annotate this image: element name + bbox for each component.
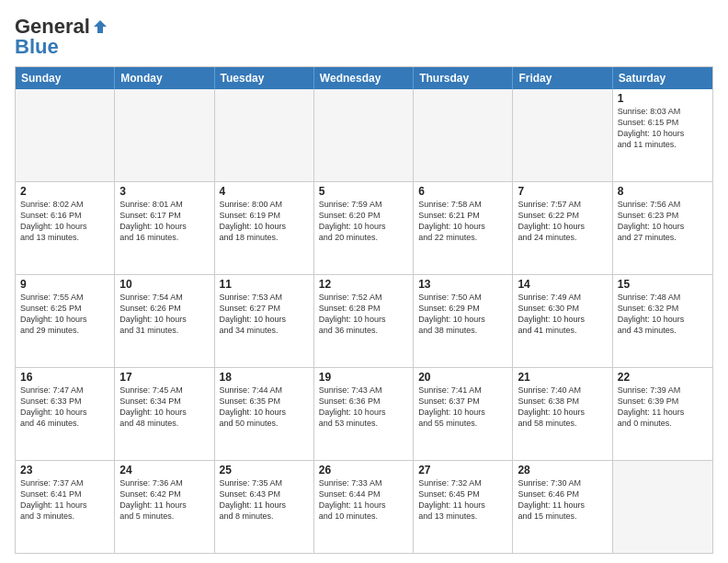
- cal-cell-0-4: [414, 89, 513, 181]
- day-number: 14: [518, 278, 607, 291]
- cell-info: Sunrise: 8:01 AM Sunset: 6:17 PM Dayligh…: [119, 199, 209, 244]
- cell-info: Sunrise: 7:55 AM Sunset: 6:25 PM Dayligh…: [20, 292, 109, 337]
- svg-marker-0: [94, 20, 107, 33]
- cal-cell-3-6: 22Sunrise: 7:39 AM Sunset: 6:39 PM Dayli…: [613, 368, 712, 460]
- header-thursday: Thursday: [414, 67, 513, 89]
- logo: General Blue: [15, 15, 108, 59]
- cal-cell-4-3: 26Sunrise: 7:33 AM Sunset: 6:44 PM Dayli…: [314, 461, 414, 553]
- cell-info: Sunrise: 8:03 AM Sunset: 6:15 PM Dayligh…: [618, 106, 708, 151]
- day-number: 21: [518, 371, 607, 384]
- cal-cell-3-2: 18Sunrise: 7:44 AM Sunset: 6:35 PM Dayli…: [215, 368, 314, 460]
- cell-info: Sunrise: 7:48 AM Sunset: 6:32 PM Dayligh…: [618, 292, 708, 337]
- cell-info: Sunrise: 7:33 AM Sunset: 6:44 PM Dayligh…: [319, 477, 408, 523]
- cell-info: Sunrise: 7:54 AM Sunset: 6:26 PM Dayligh…: [119, 292, 209, 337]
- day-number: 7: [518, 185, 607, 198]
- header: General Blue: [15, 15, 713, 59]
- header-friday: Friday: [513, 67, 612, 89]
- day-number: 19: [319, 371, 408, 384]
- cell-info: Sunrise: 8:02 AM Sunset: 6:16 PM Dayligh…: [20, 199, 109, 244]
- cell-info: Sunrise: 7:43 AM Sunset: 6:36 PM Dayligh…: [319, 385, 408, 430]
- week-row-3: 16Sunrise: 7:47 AM Sunset: 6:33 PM Dayli…: [16, 368, 712, 461]
- cell-info: Sunrise: 7:40 AM Sunset: 6:38 PM Dayligh…: [518, 385, 607, 430]
- cal-cell-3-3: 19Sunrise: 7:43 AM Sunset: 6:36 PM Dayli…: [314, 368, 414, 460]
- cal-cell-4-4: 27Sunrise: 7:32 AM Sunset: 6:45 PM Dayli…: [414, 461, 513, 553]
- page: General Blue Sunday Monday Tuesday Wedne…: [0, 0, 728, 563]
- cal-cell-2-3: 12Sunrise: 7:52 AM Sunset: 6:28 PM Dayli…: [314, 275, 414, 367]
- cell-info: Sunrise: 7:30 AM Sunset: 6:46 PM Dayligh…: [518, 477, 607, 523]
- day-number: 28: [518, 464, 607, 477]
- day-number: 8: [618, 185, 708, 198]
- cell-info: Sunrise: 7:45 AM Sunset: 6:34 PM Dayligh…: [119, 385, 209, 430]
- cal-cell-1-3: 5Sunrise: 7:59 AM Sunset: 6:20 PM Daylig…: [314, 182, 414, 274]
- cal-cell-4-5: 28Sunrise: 7:30 AM Sunset: 6:46 PM Dayli…: [513, 461, 612, 553]
- cell-info: Sunrise: 7:36 AM Sunset: 6:42 PM Dayligh…: [119, 477, 209, 523]
- day-number: 24: [119, 464, 209, 477]
- calendar-header: Sunday Monday Tuesday Wednesday Thursday…: [16, 67, 712, 89]
- cal-cell-1-2: 4Sunrise: 8:00 AM Sunset: 6:19 PM Daylig…: [215, 182, 314, 274]
- cal-cell-1-4: 6Sunrise: 7:58 AM Sunset: 6:21 PM Daylig…: [414, 182, 513, 274]
- header-wednesday: Wednesday: [314, 67, 414, 89]
- logo-icon: [92, 18, 108, 35]
- cal-cell-0-1: [115, 89, 214, 181]
- cell-info: Sunrise: 7:56 AM Sunset: 6:23 PM Dayligh…: [618, 199, 708, 244]
- cell-info: Sunrise: 7:32 AM Sunset: 6:45 PM Dayligh…: [418, 477, 507, 523]
- day-number: 27: [418, 464, 507, 477]
- day-number: 3: [119, 185, 209, 198]
- cell-info: Sunrise: 7:41 AM Sunset: 6:37 PM Dayligh…: [418, 385, 507, 430]
- cal-cell-2-0: 9Sunrise: 7:55 AM Sunset: 6:25 PM Daylig…: [16, 275, 115, 367]
- week-row-0: 1Sunrise: 8:03 AM Sunset: 6:15 PM Daylig…: [16, 89, 712, 182]
- header-saturday: Saturday: [613, 67, 712, 89]
- day-number: 15: [618, 278, 708, 291]
- day-number: 4: [220, 185, 309, 198]
- cell-info: Sunrise: 7:53 AM Sunset: 6:27 PM Dayligh…: [220, 292, 309, 337]
- cal-cell-2-5: 14Sunrise: 7:49 AM Sunset: 6:30 PM Dayli…: [513, 275, 612, 367]
- day-number: 23: [20, 464, 109, 477]
- day-number: 12: [319, 278, 408, 291]
- logo-blue: Blue: [15, 35, 59, 59]
- cal-cell-4-1: 24Sunrise: 7:36 AM Sunset: 6:42 PM Dayli…: [115, 461, 214, 553]
- header-sunday: Sunday: [16, 67, 115, 89]
- cell-info: Sunrise: 7:35 AM Sunset: 6:43 PM Dayligh…: [220, 477, 309, 523]
- cell-info: Sunrise: 7:47 AM Sunset: 6:33 PM Dayligh…: [20, 385, 109, 430]
- cal-cell-3-0: 16Sunrise: 7:47 AM Sunset: 6:33 PM Dayli…: [16, 368, 115, 460]
- week-row-4: 23Sunrise: 7:37 AM Sunset: 6:41 PM Dayli…: [16, 461, 712, 553]
- day-number: 13: [418, 278, 507, 291]
- cell-info: Sunrise: 8:00 AM Sunset: 6:19 PM Dayligh…: [220, 199, 309, 244]
- cal-cell-1-1: 3Sunrise: 8:01 AM Sunset: 6:17 PM Daylig…: [115, 182, 214, 274]
- day-number: 2: [20, 185, 109, 198]
- day-number: 6: [418, 185, 507, 198]
- day-number: 1: [618, 92, 708, 105]
- cal-cell-3-4: 20Sunrise: 7:41 AM Sunset: 6:37 PM Dayli…: [414, 368, 513, 460]
- day-number: 17: [119, 371, 209, 384]
- cal-cell-2-1: 10Sunrise: 7:54 AM Sunset: 6:26 PM Dayli…: [115, 275, 214, 367]
- day-number: 10: [119, 278, 209, 291]
- cal-cell-0-2: [215, 89, 314, 181]
- header-monday: Monday: [115, 67, 214, 89]
- day-number: 16: [20, 371, 109, 384]
- cal-cell-2-6: 15Sunrise: 7:48 AM Sunset: 6:32 PM Dayli…: [613, 275, 712, 367]
- cal-cell-0-5: [513, 89, 612, 181]
- cal-cell-0-0: [16, 89, 115, 181]
- cal-cell-4-2: 25Sunrise: 7:35 AM Sunset: 6:43 PM Dayli…: [215, 461, 314, 553]
- cell-info: Sunrise: 7:44 AM Sunset: 6:35 PM Dayligh…: [220, 385, 309, 430]
- cell-info: Sunrise: 7:49 AM Sunset: 6:30 PM Dayligh…: [518, 292, 607, 337]
- cal-cell-1-0: 2Sunrise: 8:02 AM Sunset: 6:16 PM Daylig…: [16, 182, 115, 274]
- cal-cell-3-1: 17Sunrise: 7:45 AM Sunset: 6:34 PM Dayli…: [115, 368, 214, 460]
- cal-cell-2-4: 13Sunrise: 7:50 AM Sunset: 6:29 PM Dayli…: [414, 275, 513, 367]
- cal-cell-0-6: 1Sunrise: 8:03 AM Sunset: 6:15 PM Daylig…: [613, 89, 712, 181]
- cal-cell-4-6: [613, 461, 712, 553]
- cell-info: Sunrise: 7:59 AM Sunset: 6:20 PM Dayligh…: [319, 199, 408, 244]
- cal-cell-1-6: 8Sunrise: 7:56 AM Sunset: 6:23 PM Daylig…: [613, 182, 712, 274]
- day-number: 9: [20, 278, 109, 291]
- cell-info: Sunrise: 7:50 AM Sunset: 6:29 PM Dayligh…: [418, 292, 507, 337]
- header-tuesday: Tuesday: [215, 67, 314, 89]
- cal-cell-3-5: 21Sunrise: 7:40 AM Sunset: 6:38 PM Dayli…: [513, 368, 612, 460]
- calendar-body: 1Sunrise: 8:03 AM Sunset: 6:15 PM Daylig…: [16, 89, 712, 553]
- cell-info: Sunrise: 7:37 AM Sunset: 6:41 PM Dayligh…: [20, 477, 109, 523]
- day-number: 22: [618, 371, 708, 384]
- day-number: 18: [220, 371, 309, 384]
- cell-info: Sunrise: 7:52 AM Sunset: 6:28 PM Dayligh…: [319, 292, 408, 337]
- day-number: 5: [319, 185, 408, 198]
- day-number: 20: [418, 371, 507, 384]
- calendar: Sunday Monday Tuesday Wednesday Thursday…: [15, 66, 713, 554]
